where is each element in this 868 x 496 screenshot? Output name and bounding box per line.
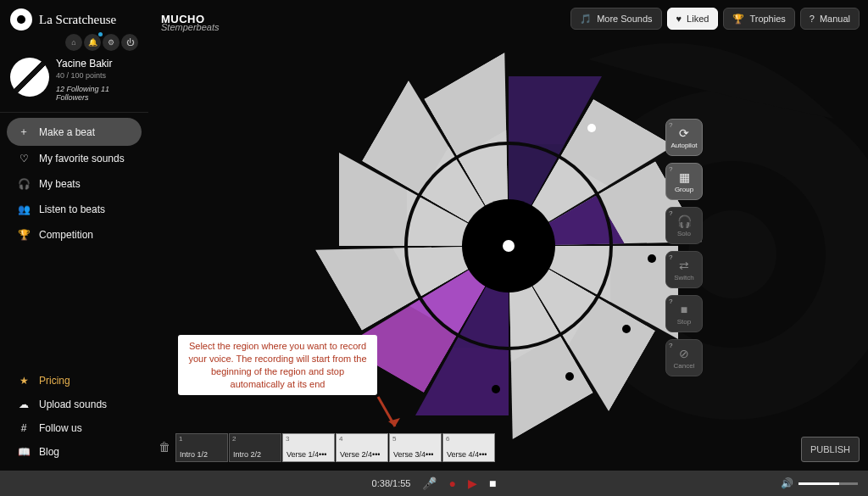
hash-icon: # xyxy=(17,422,31,434)
user-quick-icons: ⌂ 🔔 ⚙ ⏻ xyxy=(0,34,148,56)
headphones-icon: 🎧 xyxy=(677,215,692,228)
avatar[interactable] xyxy=(10,58,49,97)
autopilot-button[interactable]: ?⟳Autopilot xyxy=(665,119,703,156)
region-index: 2 xyxy=(232,435,236,443)
nav-label: Follow us xyxy=(39,422,82,434)
timeline-region[interactable]: 3Verse 1/4••• xyxy=(282,433,335,462)
region-index: 1 xyxy=(179,435,182,443)
nav-pricing[interactable]: ★Pricing xyxy=(7,369,142,393)
btn-label: More Sounds xyxy=(597,14,652,24)
wheel-hub xyxy=(462,199,555,293)
region-label: Verse 1/4••• xyxy=(287,450,326,459)
volume-control[interactable]: 🔊 xyxy=(781,477,858,489)
stop-button-side[interactable]: ?■Stop xyxy=(665,295,703,332)
nav-favorite[interactable]: ♡My favorite sounds xyxy=(7,146,142,171)
cloud-upload-icon: ☁ xyxy=(17,398,31,410)
timeline-region[interactable]: 2Intro 2/2 xyxy=(229,433,281,462)
nav-blog[interactable]: 📖Blog xyxy=(7,440,142,464)
nav-label: Competition xyxy=(39,229,93,241)
nav-main: ＋Make a beat ♡My favorite sounds 🎧My bea… xyxy=(0,113,148,253)
track-artist: Stemperbeats xyxy=(161,22,219,32)
nav-make-beat[interactable]: ＋Make a beat xyxy=(7,118,142,146)
more-sounds-button[interactable]: 🎵More Sounds xyxy=(570,8,661,30)
volume-slider[interactable] xyxy=(798,482,858,485)
transport-bar: 0:38/1:55 🎤 ● ▶ ■ 🔊 xyxy=(0,471,868,496)
trophy-icon: 🏆 xyxy=(732,14,744,25)
btn-label: Trophies xyxy=(749,14,785,24)
logo[interactable]: La Scratcheuse xyxy=(0,0,148,34)
user-points: 40 / 100 points xyxy=(56,71,138,80)
mic-icon[interactable]: 🎤 xyxy=(422,476,437,490)
trophy-icon: 🏆 xyxy=(17,229,31,241)
vinyl-icon xyxy=(10,8,32,31)
sound-icon: 🎵 xyxy=(580,14,592,25)
nav-label: Upload sounds xyxy=(39,398,107,410)
grid-icon: ▦ xyxy=(679,170,690,184)
timeline-region[interactable]: 1Intro 1/2 xyxy=(175,433,228,462)
nav-label: My beats xyxy=(39,178,81,190)
sidebar: La Scratcheuse ⌂ 🔔 ⚙ ⏻ Yacine Bakir 40 /… xyxy=(0,0,148,496)
home-icon[interactable]: ⌂ xyxy=(65,34,82,51)
region-index: 3 xyxy=(286,435,289,443)
publish-button[interactable]: PUBLISH xyxy=(801,437,860,462)
nav-label: Make a beat xyxy=(39,126,95,138)
btn-label: Liked xyxy=(687,14,709,24)
stop-button[interactable]: ■ xyxy=(489,476,496,490)
user-area: Yacine Bakir 40 / 100 points 12 Followin… xyxy=(0,56,148,113)
brand-name: La Scratcheuse xyxy=(39,13,116,27)
trash-icon[interactable]: 🗑 xyxy=(157,440,172,454)
region-label: Verse 3/4••• xyxy=(393,450,433,459)
record-button[interactable]: ● xyxy=(448,476,455,490)
btn-label: Cancel xyxy=(674,362,695,370)
nav-upload[interactable]: ☁Upload sounds xyxy=(7,393,142,416)
region-index: 6 xyxy=(446,435,449,443)
nav-competition[interactable]: 🏆Competition xyxy=(7,222,142,248)
btn-label: Group xyxy=(675,186,693,193)
region-index: 4 xyxy=(339,435,342,443)
nav-my-beats[interactable]: 🎧My beats xyxy=(7,171,142,197)
tutorial-arrow-icon xyxy=(373,394,407,441)
header: MUCHO 🎵More Sounds ♥Liked 🏆Trophies ?Man… xyxy=(161,7,860,31)
swap-icon: ⇄ xyxy=(679,259,689,272)
power-icon[interactable]: ⏻ xyxy=(121,34,138,51)
switch-button[interactable]: ?⇄Switch xyxy=(665,251,703,288)
solo-button[interactable]: ?🎧Solo xyxy=(665,207,703,244)
btn-label: Autopilot xyxy=(670,142,697,149)
sample-wheel[interactable] xyxy=(339,76,678,415)
liked-button[interactable]: ♥Liked xyxy=(667,8,719,30)
stop-icon: ■ xyxy=(681,303,687,316)
headphones-icon: 🎧 xyxy=(17,178,31,190)
user-name: Yacine Bakir xyxy=(56,58,138,70)
timeline-region[interactable]: 6Verse 4/4••• xyxy=(442,433,495,462)
nav-label: My favorite sounds xyxy=(39,153,125,164)
nav-listen[interactable]: 👥Listen to beats xyxy=(7,197,142,222)
btn-label: Switch xyxy=(674,274,694,281)
settings-icon[interactable]: ⚙ xyxy=(103,34,120,51)
manual-button[interactable]: ?Manual xyxy=(800,8,860,30)
slot-dot-icon xyxy=(587,124,596,132)
heart-icon: ♡ xyxy=(17,153,31,164)
cancel-button[interactable]: ?⊘Cancel xyxy=(665,339,703,376)
sync-icon: ⟳ xyxy=(679,126,689,140)
play-button[interactable]: ▶ xyxy=(468,476,477,490)
notifications-icon[interactable]: 🔔 xyxy=(84,34,101,51)
trophies-button[interactable]: 🏆Trophies xyxy=(723,8,794,30)
heart-fill-icon: ♥ xyxy=(676,14,682,24)
slot-dot-icon xyxy=(565,372,574,381)
region-label: Intro 2/2 xyxy=(233,450,261,459)
nav-follow[interactable]: #Follow us xyxy=(7,416,142,440)
wheel-controls: ?⟳Autopilot ?▦Group ?🎧Solo ?⇄Switch ?■St… xyxy=(665,119,703,376)
book-icon: 📖 xyxy=(17,446,31,458)
plus-icon: ＋ xyxy=(17,125,31,139)
star-icon: ★ xyxy=(17,375,31,387)
nav-label: Listen to beats xyxy=(39,203,105,215)
group-button[interactable]: ?▦Group xyxy=(665,163,703,200)
region-label: Verse 2/4••• xyxy=(340,450,380,459)
btn-label: Stop xyxy=(677,318,691,326)
btn-label: Solo xyxy=(677,230,691,237)
timeline: 🗑 1Intro 1/22Intro 2/23Verse 1/4•••4Vers… xyxy=(157,432,860,462)
community-icon: 👥 xyxy=(17,203,31,215)
speaker-icon: 🔊 xyxy=(781,477,793,489)
nav-label: Blog xyxy=(39,446,59,458)
help-icon: ? xyxy=(810,14,815,24)
